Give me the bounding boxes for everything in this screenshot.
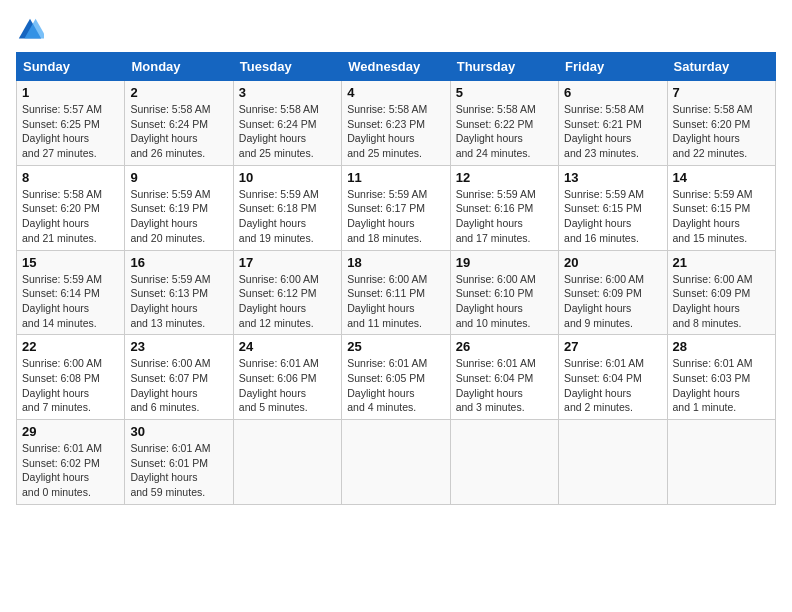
day-number: 27 <box>564 339 661 354</box>
day-number: 26 <box>456 339 553 354</box>
day-detail: Sunrise: 5:58 AMSunset: 6:21 PMDaylight … <box>564 102 661 161</box>
sunset-text: Sunset: 6:11 PM <box>347 287 425 299</box>
day-number: 2 <box>130 85 227 100</box>
daylight-value: and 5 minutes. <box>239 401 308 413</box>
daylight-value: and 11 minutes. <box>347 317 422 329</box>
calendar-cell: 20Sunrise: 6:00 AMSunset: 6:09 PMDayligh… <box>559 250 667 335</box>
sunset-text: Sunset: 6:09 PM <box>673 287 751 299</box>
sunset-text: Sunset: 6:06 PM <box>239 372 317 384</box>
calendar-cell: 30Sunrise: 6:01 AMSunset: 6:01 PMDayligh… <box>125 420 233 505</box>
daylight-label: Daylight hours <box>456 132 523 144</box>
sunrise-text: Sunrise: 6:00 AM <box>673 273 753 285</box>
day-detail: Sunrise: 6:01 AMSunset: 6:03 PMDaylight … <box>673 356 770 415</box>
day-number: 8 <box>22 170 119 185</box>
col-header-thursday: Thursday <box>450 53 558 81</box>
day-number: 12 <box>456 170 553 185</box>
sunset-text: Sunset: 6:14 PM <box>22 287 100 299</box>
day-number: 13 <box>564 170 661 185</box>
col-header-monday: Monday <box>125 53 233 81</box>
daylight-label: Daylight hours <box>347 387 414 399</box>
daylight-value: and 26 minutes. <box>130 147 205 159</box>
sunset-text: Sunset: 6:24 PM <box>239 118 317 130</box>
day-detail: Sunrise: 5:59 AMSunset: 6:16 PMDaylight … <box>456 187 553 246</box>
calendar-cell: 5Sunrise: 5:58 AMSunset: 6:22 PMDaylight… <box>450 81 558 166</box>
calendar-cell: 9Sunrise: 5:59 AMSunset: 6:19 PMDaylight… <box>125 165 233 250</box>
calendar-cell <box>667 420 775 505</box>
day-detail: Sunrise: 6:01 AMSunset: 6:02 PMDaylight … <box>22 441 119 500</box>
daylight-value: and 13 minutes. <box>130 317 205 329</box>
daylight-value: and 22 minutes. <box>673 147 748 159</box>
sunset-text: Sunset: 6:13 PM <box>130 287 208 299</box>
daylight-label: Daylight hours <box>456 387 523 399</box>
calendar-week-row: 15Sunrise: 5:59 AMSunset: 6:14 PMDayligh… <box>17 250 776 335</box>
sunset-text: Sunset: 6:18 PM <box>239 202 317 214</box>
sunset-text: Sunset: 6:20 PM <box>22 202 100 214</box>
day-number: 24 <box>239 339 336 354</box>
daylight-label: Daylight hours <box>564 302 631 314</box>
sunset-text: Sunset: 6:01 PM <box>130 457 208 469</box>
sunset-text: Sunset: 6:07 PM <box>130 372 208 384</box>
daylight-label: Daylight hours <box>22 217 89 229</box>
daylight-label: Daylight hours <box>564 387 631 399</box>
sunset-text: Sunset: 6:12 PM <box>239 287 317 299</box>
day-detail: Sunrise: 6:01 AMSunset: 6:05 PMDaylight … <box>347 356 444 415</box>
day-detail: Sunrise: 5:57 AMSunset: 6:25 PMDaylight … <box>22 102 119 161</box>
sunset-text: Sunset: 6:02 PM <box>22 457 100 469</box>
daylight-label: Daylight hours <box>22 471 89 483</box>
daylight-value: and 1 minute. <box>673 401 737 413</box>
calendar-cell: 12Sunrise: 5:59 AMSunset: 6:16 PMDayligh… <box>450 165 558 250</box>
calendar-cell: 23Sunrise: 6:00 AMSunset: 6:07 PMDayligh… <box>125 335 233 420</box>
sunrise-text: Sunrise: 5:58 AM <box>22 188 102 200</box>
calendar-cell: 18Sunrise: 6:00 AMSunset: 6:11 PMDayligh… <box>342 250 450 335</box>
sunrise-text: Sunrise: 6:01 AM <box>130 442 210 454</box>
sunrise-text: Sunrise: 5:59 AM <box>130 273 210 285</box>
sunrise-text: Sunrise: 6:01 AM <box>22 442 102 454</box>
sunrise-text: Sunrise: 6:00 AM <box>130 357 210 369</box>
day-number: 23 <box>130 339 227 354</box>
daylight-value: and 10 minutes. <box>456 317 531 329</box>
calendar-cell: 29Sunrise: 6:01 AMSunset: 6:02 PMDayligh… <box>17 420 125 505</box>
sunrise-text: Sunrise: 6:01 AM <box>239 357 319 369</box>
day-number: 17 <box>239 255 336 270</box>
calendar-cell: 27Sunrise: 6:01 AMSunset: 6:04 PMDayligh… <box>559 335 667 420</box>
daylight-value: and 8 minutes. <box>673 317 742 329</box>
sunrise-text: Sunrise: 5:58 AM <box>673 103 753 115</box>
col-header-tuesday: Tuesday <box>233 53 341 81</box>
day-number: 16 <box>130 255 227 270</box>
sunrise-text: Sunrise: 5:59 AM <box>564 188 644 200</box>
day-number: 19 <box>456 255 553 270</box>
day-detail: Sunrise: 5:58 AMSunset: 6:24 PMDaylight … <box>239 102 336 161</box>
daylight-value: and 2 minutes. <box>564 401 633 413</box>
daylight-label: Daylight hours <box>456 302 523 314</box>
daylight-value: and 21 minutes. <box>22 232 97 244</box>
day-detail: Sunrise: 5:59 AMSunset: 6:13 PMDaylight … <box>130 272 227 331</box>
daylight-value: and 59 minutes. <box>130 486 205 498</box>
daylight-label: Daylight hours <box>456 217 523 229</box>
sunrise-text: Sunrise: 5:59 AM <box>130 188 210 200</box>
day-number: 4 <box>347 85 444 100</box>
daylight-label: Daylight hours <box>347 217 414 229</box>
logo-icon <box>16 16 44 44</box>
day-detail: Sunrise: 6:01 AMSunset: 6:01 PMDaylight … <box>130 441 227 500</box>
calendar-cell: 16Sunrise: 5:59 AMSunset: 6:13 PMDayligh… <box>125 250 233 335</box>
calendar-cell: 4Sunrise: 5:58 AMSunset: 6:23 PMDaylight… <box>342 81 450 166</box>
sunset-text: Sunset: 6:15 PM <box>673 202 751 214</box>
day-detail: Sunrise: 5:59 AMSunset: 6:18 PMDaylight … <box>239 187 336 246</box>
calendar-cell: 19Sunrise: 6:00 AMSunset: 6:10 PMDayligh… <box>450 250 558 335</box>
page-header <box>16 16 776 44</box>
col-header-saturday: Saturday <box>667 53 775 81</box>
sunset-text: Sunset: 6:21 PM <box>564 118 642 130</box>
sunset-text: Sunset: 6:16 PM <box>456 202 534 214</box>
calendar-cell: 28Sunrise: 6:01 AMSunset: 6:03 PMDayligh… <box>667 335 775 420</box>
daylight-label: Daylight hours <box>22 387 89 399</box>
col-header-sunday: Sunday <box>17 53 125 81</box>
sunrise-text: Sunrise: 5:58 AM <box>564 103 644 115</box>
sunrise-text: Sunrise: 5:58 AM <box>347 103 427 115</box>
day-number: 30 <box>130 424 227 439</box>
calendar-cell: 10Sunrise: 5:59 AMSunset: 6:18 PMDayligh… <box>233 165 341 250</box>
daylight-label: Daylight hours <box>239 217 306 229</box>
calendar-cell: 8Sunrise: 5:58 AMSunset: 6:20 PMDaylight… <box>17 165 125 250</box>
day-detail: Sunrise: 6:01 AMSunset: 6:06 PMDaylight … <box>239 356 336 415</box>
calendar-week-row: 22Sunrise: 6:00 AMSunset: 6:08 PMDayligh… <box>17 335 776 420</box>
day-detail: Sunrise: 5:59 AMSunset: 6:14 PMDaylight … <box>22 272 119 331</box>
